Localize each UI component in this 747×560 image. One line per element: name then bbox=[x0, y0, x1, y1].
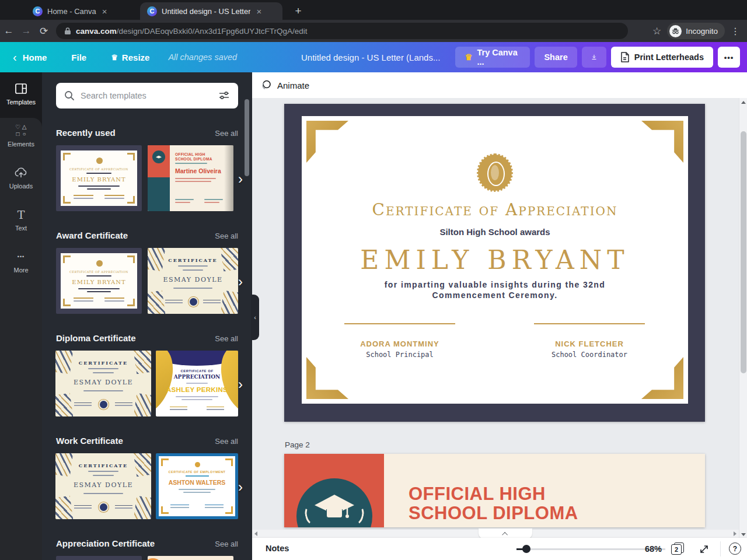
template-thumb-martine-oliveira[interactable]: OFFICIAL HIGH SCHOOL DIPLOMA Martine Oli… bbox=[148, 145, 233, 211]
status-bar: Notes 68% 2 ? bbox=[252, 538, 747, 560]
download-icon bbox=[591, 52, 597, 62]
template-thumb-ashley-perkins[interactable]: CERTIFICATE OF APPRECIATION ASHLEY PERKI… bbox=[156, 351, 238, 416]
templates-panel: Recently used See all CERTIFICATE OF APP… bbox=[42, 72, 252, 560]
see-all-link[interactable]: See all bbox=[215, 232, 238, 240]
template-carousel: CERTIFICATE OF bbox=[42, 556, 252, 560]
print-letterheads-button[interactable]: Print Letterheads bbox=[611, 47, 713, 68]
help-button[interactable]: ? bbox=[729, 542, 741, 555]
gold-corner-ornament bbox=[306, 357, 348, 399]
back-chevron-icon[interactable]: ‹ bbox=[0, 51, 18, 64]
sidebar-item-text[interactable]: T Text bbox=[0, 198, 42, 240]
vertical-scrollbar[interactable] bbox=[739, 98, 747, 539]
url-text: canva.com/design/DAEoqvBxki0/Anx3d1Fpg6d… bbox=[76, 26, 307, 36]
new-tab-button[interactable]: + bbox=[291, 4, 306, 19]
certificate-recipient-name[interactable]: EMILY BRYANT bbox=[302, 245, 688, 275]
scroll-left-icon[interactable] bbox=[254, 531, 257, 536]
back-icon[interactable]: ← bbox=[0, 25, 18, 37]
sidebar-item-label: Text bbox=[15, 225, 27, 232]
browser-tab-design[interactable]: C Untitled design - US Letter × bbox=[140, 2, 282, 20]
header-overflow-button[interactable]: ••• bbox=[718, 47, 740, 68]
zoom-level[interactable]: 68% bbox=[630, 544, 662, 554]
browser-menu-icon[interactable]: ⋮ bbox=[731, 26, 740, 37]
sidebar-item-more[interactable]: ••• More bbox=[0, 240, 42, 282]
template-thumb-partial[interactable]: CERTIFICATE OF bbox=[148, 556, 233, 560]
template-carousel: CERTIFICATE ESMAY DOYLE CERTIFICATE OF A… bbox=[42, 351, 252, 416]
bookmark-star-icon[interactable]: ☆ bbox=[652, 25, 661, 37]
design-title[interactable]: Untitled design - US Letter (Lands... bbox=[301, 52, 440, 62]
chevron-up-icon bbox=[502, 531, 508, 537]
incognito-icon bbox=[669, 25, 682, 37]
template-thumb-partial[interactable] bbox=[56, 556, 142, 560]
home-button[interactable]: Home bbox=[18, 52, 67, 62]
certificate-inner: Certificate of Appreciation Silton High … bbox=[302, 116, 688, 404]
gold-corner-ornament bbox=[306, 121, 348, 163]
template-carousel: CERTIFICATE OF APPRECIATION EMILY BRYANT… bbox=[42, 145, 252, 211]
certificate-title[interactable]: Certificate of Appreciation bbox=[302, 200, 688, 219]
see-all-link[interactable]: See all bbox=[215, 129, 238, 138]
sidebar-item-uploads[interactable]: Uploads bbox=[0, 156, 42, 198]
reload-icon[interactable]: ⟳ bbox=[35, 25, 53, 37]
close-icon[interactable]: × bbox=[101, 6, 109, 17]
template-thumb-emily-bryant[interactable]: CERTIFICATE OF APPRECIATION EMILY BRYANT bbox=[56, 145, 142, 211]
page-count: 2 bbox=[671, 544, 682, 555]
certificate-body-text[interactable]: for imparting valuable insights during t… bbox=[302, 279, 688, 300]
section-title: Recently used bbox=[56, 128, 116, 138]
vertical-scroll-thumb[interactable] bbox=[741, 131, 746, 373]
section-recently-used: Recently used See all CERTIFICATE OF APP… bbox=[42, 128, 252, 211]
animate-button[interactable]: Animate bbox=[277, 80, 309, 90]
share-button[interactable]: Share bbox=[535, 47, 577, 68]
page-2-label: Page 2 bbox=[285, 440, 310, 449]
carousel-next-icon[interactable]: › bbox=[238, 376, 243, 393]
section-work-certificate: Work Certificate See all CERTIFICATE ESM… bbox=[42, 436, 252, 519]
search-input[interactable] bbox=[81, 91, 212, 100]
template-thumb-esmay-doyle[interactable]: CERTIFICATE ESMAY DOYLE bbox=[148, 248, 238, 314]
scroll-right-icon[interactable] bbox=[734, 531, 736, 536]
zoom-slider-knob[interactable] bbox=[522, 545, 530, 553]
try-canva-button[interactable]: ♛ Try Canva ... bbox=[455, 47, 530, 68]
sidebar-item-label: Elements bbox=[8, 141, 34, 148]
certificate-subtitle[interactable]: Silton High School awards bbox=[302, 227, 688, 237]
browser-tab-home[interactable]: C Home - Canva × bbox=[26, 2, 139, 20]
signature-line bbox=[534, 323, 645, 324]
sidebar-item-elements[interactable]: ♡ △ □ ○ Elements bbox=[0, 114, 42, 156]
incognito-label: Incognito bbox=[686, 27, 718, 36]
template-thumb-esmay-doyle[interactable]: CERTIFICATE ESMAY DOYLE bbox=[55, 351, 151, 416]
design-page-1[interactable]: Certificate of Appreciation Silton High … bbox=[284, 104, 705, 422]
see-all-link[interactable]: See all bbox=[215, 540, 238, 548]
template-thumb-emily-bryant[interactable]: CERTIFICATE OF APPRECIATION EMILY BRYANT bbox=[56, 248, 142, 314]
design-page-2[interactable]: OFFICIAL HIGH SCHOOL DIPLOMA bbox=[284, 454, 705, 527]
see-all-link[interactable]: See all bbox=[215, 334, 238, 343]
file-menu-button[interactable]: File bbox=[67, 52, 106, 62]
scroll-up-icon[interactable] bbox=[741, 101, 746, 104]
signature-block-left[interactable]: ADORA MONTMINY School Principal bbox=[344, 323, 455, 359]
filter-icon[interactable] bbox=[218, 90, 230, 101]
collapse-chevron-icon: ‹ bbox=[254, 314, 256, 321]
crown-icon: ♛ bbox=[465, 52, 472, 62]
design-viewport[interactable]: Certificate of Appreciation Silton High … bbox=[252, 98, 747, 560]
templates-icon bbox=[15, 82, 27, 96]
template-thumb-esmay-doyle[interactable]: CERTIFICATE ESMAY DOYLE bbox=[55, 453, 151, 519]
sidebar-item-label: Templates bbox=[6, 99, 36, 106]
canvas-area: Animate Certificate of Appreciation Silt… bbox=[252, 72, 747, 560]
signature-block-right[interactable]: NICK FLETCHER School Coordinator bbox=[534, 323, 645, 359]
graduation-cap-icon bbox=[311, 494, 358, 524]
sidebar-item-templates[interactable]: Templates bbox=[0, 72, 42, 114]
panel-collapse-handle[interactable]: ‹ bbox=[251, 295, 259, 340]
notes-button[interactable]: Notes bbox=[266, 544, 289, 553]
forward-icon[interactable]: → bbox=[18, 25, 35, 37]
page-manager-button[interactable]: 2 bbox=[671, 542, 685, 555]
url-bar[interactable]: canva.com/design/DAEoqvBxki0/Anx3d1Fpg6d… bbox=[56, 23, 628, 39]
carousel-next-icon[interactable]: › bbox=[238, 274, 243, 290]
scroll-down-icon[interactable] bbox=[741, 533, 746, 536]
carousel-next-icon[interactable]: › bbox=[238, 171, 243, 187]
download-button[interactable] bbox=[582, 47, 606, 68]
carousel-next-icon[interactable]: › bbox=[238, 479, 243, 495]
template-thumb-ashton-walters[interactable]: CERTIFICATE OF EMPLOYMENT ASHTON WALTERS bbox=[156, 453, 238, 519]
panel-scrollbar[interactable] bbox=[245, 99, 249, 176]
crown-icon: ♛ bbox=[111, 53, 118, 62]
see-all-link[interactable]: See all bbox=[215, 437, 238, 446]
diploma-title[interactable]: OFFICIAL HIGH SCHOOL DIPLOMA bbox=[409, 484, 578, 523]
resize-button[interactable]: ♛ Resize bbox=[106, 52, 154, 62]
fullscreen-icon[interactable] bbox=[699, 544, 710, 555]
close-icon[interactable]: × bbox=[255, 6, 263, 17]
